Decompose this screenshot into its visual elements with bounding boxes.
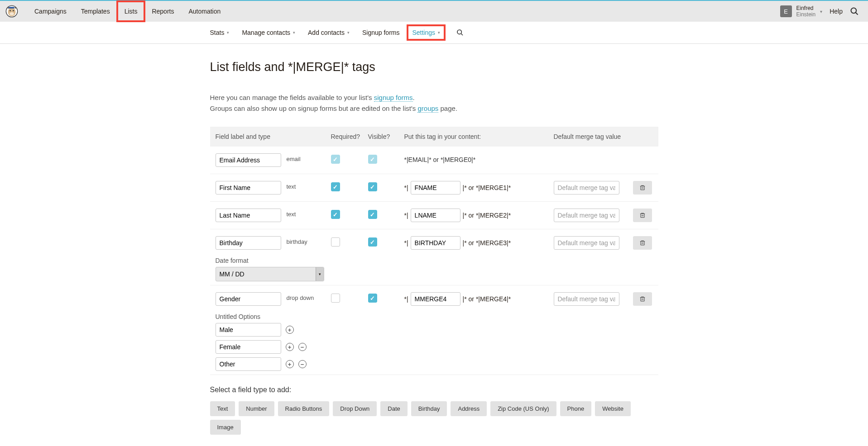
option-input[interactable] bbox=[216, 340, 281, 354]
field-type-label: birthday bbox=[287, 238, 307, 245]
svg-point-4 bbox=[13, 10, 14, 11]
required-checkbox[interactable] bbox=[331, 294, 340, 303]
table-header: Field label and type Required? Visible? … bbox=[210, 127, 658, 147]
mailchimp-logo[interactable] bbox=[5, 5, 18, 18]
svg-point-6 bbox=[851, 8, 857, 14]
date-format-label: Date format bbox=[216, 257, 653, 264]
subnav-search-icon[interactable] bbox=[456, 29, 464, 36]
subnav-settings[interactable]: Settings▾ bbox=[408, 26, 444, 39]
add-option-button[interactable]: + bbox=[286, 343, 294, 351]
field-row-extra: Date formatMM / DD▾ bbox=[210, 252, 658, 285]
date-format-select[interactable]: MM / DD bbox=[216, 267, 324, 281]
delete-field-button[interactable] bbox=[633, 292, 652, 306]
groups-link[interactable]: groups bbox=[417, 104, 438, 113]
user-subtitle: Einstein bbox=[796, 11, 816, 18]
required-checkbox bbox=[331, 155, 340, 164]
default-value-input[interactable] bbox=[554, 209, 619, 222]
merge-tag-input[interactable] bbox=[411, 181, 460, 195]
visible-checkbox[interactable] bbox=[368, 294, 377, 303]
option-input[interactable] bbox=[216, 323, 281, 337]
signup-forms-link[interactable]: signup forms bbox=[374, 94, 413, 102]
user-name: Einfred bbox=[796, 5, 816, 11]
field-type-label: text bbox=[287, 183, 296, 190]
svg-line-7 bbox=[856, 13, 858, 15]
field-type-label: email bbox=[287, 156, 301, 162]
default-value-input[interactable] bbox=[554, 292, 619, 306]
field-row: text*||* or *|MERGE1|* bbox=[210, 174, 658, 202]
nav-reports[interactable]: Reports bbox=[144, 1, 181, 21]
add-field-number[interactable]: Number bbox=[239, 401, 274, 416]
delete-field-button[interactable] bbox=[633, 236, 652, 250]
svg-rect-13 bbox=[640, 214, 644, 218]
nav-campaigns[interactable]: Campaigns bbox=[27, 1, 74, 21]
required-checkbox[interactable] bbox=[331, 182, 340, 191]
add-option-button[interactable]: + bbox=[286, 360, 294, 368]
delete-field-button[interactable] bbox=[633, 209, 652, 222]
top-nav-links: CampaignsTemplatesListsReportsAutomation bbox=[27, 1, 780, 21]
svg-rect-16 bbox=[640, 242, 644, 245]
user-avatar: E bbox=[780, 5, 792, 17]
required-checkbox[interactable] bbox=[331, 237, 340, 247]
default-value-input[interactable] bbox=[554, 181, 619, 195]
field-label-input[interactable] bbox=[216, 236, 281, 250]
svg-rect-19 bbox=[640, 298, 644, 301]
svg-point-8 bbox=[457, 30, 461, 34]
field-row-extra: Untitled Options++−+− bbox=[210, 308, 658, 375]
field-label-input[interactable] bbox=[216, 292, 281, 306]
field-label-input[interactable] bbox=[216, 181, 281, 195]
chevron-down-icon: ▾ bbox=[293, 30, 295, 35]
options-label: Untitled Options bbox=[216, 313, 653, 320]
field-label-input[interactable] bbox=[216, 153, 281, 167]
visible-checkbox[interactable] bbox=[368, 237, 377, 247]
visible-checkbox[interactable] bbox=[368, 182, 377, 191]
add-field-zip-code-us-only-[interactable]: Zip Code (US Only) bbox=[490, 401, 556, 416]
subnav-signup-forms[interactable]: Signup forms bbox=[362, 29, 399, 36]
field-type-label: drop down bbox=[287, 294, 314, 301]
account-menu[interactable]: E Einfred Einstein ▾ bbox=[780, 5, 823, 18]
svg-point-3 bbox=[10, 10, 11, 11]
add-field-date[interactable]: Date bbox=[380, 401, 407, 416]
merge-tag-input[interactable] bbox=[411, 236, 460, 250]
svg-rect-5 bbox=[9, 7, 14, 9]
nav-lists[interactable]: Lists bbox=[117, 1, 145, 21]
nav-automation[interactable]: Automation bbox=[181, 1, 228, 21]
field-row: text*||* or *|MERGE2|* bbox=[210, 202, 658, 229]
remove-option-button[interactable]: − bbox=[298, 343, 307, 351]
field-type-label: text bbox=[287, 211, 296, 218]
option-input[interactable] bbox=[216, 357, 281, 371]
svg-point-2 bbox=[10, 12, 14, 15]
add-option-button[interactable]: + bbox=[286, 326, 294, 334]
add-field-radio-buttons[interactable]: Radio Buttons bbox=[278, 401, 330, 416]
chevron-down-icon: ▾ bbox=[227, 30, 229, 35]
remove-option-button[interactable]: − bbox=[298, 360, 307, 368]
svg-rect-10 bbox=[640, 186, 644, 190]
delete-field-button[interactable] bbox=[633, 181, 652, 195]
field-label-input[interactable] bbox=[216, 209, 281, 222]
add-field-image[interactable]: Image bbox=[210, 420, 241, 435]
intro-text: Here you can manage the fields available… bbox=[210, 92, 658, 114]
merge-tag-input[interactable] bbox=[411, 209, 460, 222]
subnav-manage-contacts[interactable]: Manage contacts▾ bbox=[242, 29, 295, 36]
add-field-drop-down[interactable]: Drop Down bbox=[333, 401, 377, 416]
help-link[interactable]: Help bbox=[830, 8, 843, 15]
merge-tag-input[interactable] bbox=[411, 292, 460, 306]
add-field-address[interactable]: Address bbox=[451, 401, 487, 416]
subnav-add-contacts[interactable]: Add contacts▾ bbox=[308, 29, 350, 36]
add-field-website[interactable]: Website bbox=[595, 401, 631, 416]
search-icon[interactable] bbox=[850, 7, 859, 16]
required-checkbox[interactable] bbox=[331, 210, 340, 219]
field-row: drop down*||* or *|MERGE4|* bbox=[210, 285, 658, 308]
svg-line-9 bbox=[461, 33, 463, 35]
add-field-text[interactable]: Text bbox=[210, 401, 235, 416]
default-value-input[interactable] bbox=[554, 236, 619, 250]
visible-checkbox[interactable] bbox=[368, 210, 377, 219]
merge-tag-text: *|EMAIL|* or *|MERGE0|* bbox=[404, 156, 554, 163]
chevron-down-icon: ▾ bbox=[820, 9, 822, 14]
nav-templates[interactable]: Templates bbox=[74, 1, 117, 21]
subnav-stats[interactable]: Stats▾ bbox=[210, 29, 230, 36]
add-field-birthday[interactable]: Birthday bbox=[411, 401, 447, 416]
page-title: List fields and *|MERGE|* tags bbox=[210, 60, 658, 74]
chevron-down-icon: ▾ bbox=[347, 30, 350, 35]
visible-checkbox bbox=[368, 155, 377, 164]
add-field-phone[interactable]: Phone bbox=[560, 401, 592, 416]
